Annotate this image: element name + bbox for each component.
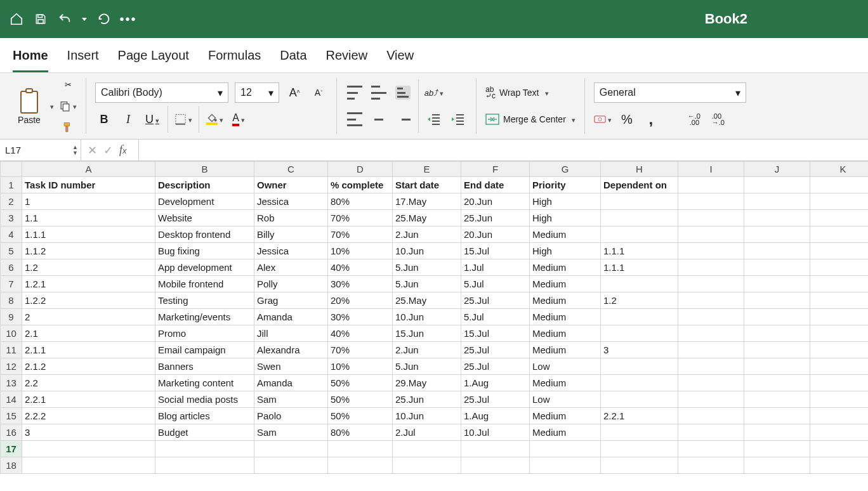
align-center-button[interactable] xyxy=(370,110,388,128)
cell[interactable]: Alexandra xyxy=(254,342,328,358)
more-icon[interactable]: ••• xyxy=(119,10,137,28)
cell[interactable] xyxy=(744,210,810,226)
cell[interactable] xyxy=(678,193,744,210)
font-color-button[interactable]: A xyxy=(230,110,247,128)
cell[interactable]: Jill xyxy=(254,325,328,342)
cell[interactable] xyxy=(810,325,869,342)
cell[interactable] xyxy=(678,259,744,276)
cell[interactable]: 1.2.1 xyxy=(22,276,155,292)
cell[interactable]: 25.May xyxy=(393,210,461,226)
cell[interactable] xyxy=(744,259,810,276)
cell[interactable]: Amanda xyxy=(254,309,328,325)
cell[interactable]: Rob xyxy=(254,210,328,226)
cell[interactable]: Billy xyxy=(254,226,328,243)
worksheet[interactable]: A B C D E F G H I J K 1Task ID numberDes… xyxy=(0,161,868,474)
cell[interactable] xyxy=(601,457,678,474)
decrease-decimal-button[interactable]: .00→.0 xyxy=(709,110,727,128)
col-header-K[interactable]: K xyxy=(810,162,869,177)
cell[interactable] xyxy=(810,358,869,375)
wrap-text-button[interactable]: ab⤶c Wrap Text xyxy=(485,84,549,101)
cell[interactable]: 30% xyxy=(328,309,393,325)
cell[interactable] xyxy=(601,375,678,391)
col-header-C[interactable]: C xyxy=(254,162,328,177)
cell[interactable]: 1.1.1 xyxy=(601,259,678,276)
cell[interactable]: Low xyxy=(530,358,601,375)
cell[interactable] xyxy=(601,424,678,441)
copy-button[interactable] xyxy=(59,97,77,115)
cell[interactable]: 10.Jun xyxy=(393,309,461,325)
cell[interactable]: Banners xyxy=(155,358,254,375)
cell[interactable]: 1.2 xyxy=(22,259,155,276)
cell[interactable]: Sam xyxy=(254,424,328,441)
grid[interactable]: A B C D E F G H I J K 1Task ID numberDes… xyxy=(0,161,868,474)
cell[interactable]: 25.May xyxy=(393,292,461,309)
cell[interactable]: Email campaign xyxy=(155,342,254,358)
cell[interactable] xyxy=(744,243,810,259)
name-box-stepper[interactable]: ▲▼ xyxy=(72,145,78,156)
undo-icon[interactable] xyxy=(56,10,74,28)
save-icon[interactable] xyxy=(32,10,49,28)
cell[interactable]: 70% xyxy=(328,210,393,226)
font-name-select[interactable]: Calibri (Body) ▾ xyxy=(95,82,228,103)
cell[interactable] xyxy=(328,441,393,457)
row-header[interactable]: 15 xyxy=(1,408,22,424)
col-header-I[interactable]: I xyxy=(678,162,744,177)
name-box[interactable]: L17 ▲▼ xyxy=(0,140,81,160)
cell[interactable] xyxy=(744,457,810,474)
cell[interactable] xyxy=(744,292,810,309)
cell[interactable]: 5.Jun xyxy=(393,276,461,292)
tab-review[interactable]: Review xyxy=(326,46,368,72)
cell[interactable]: Medium xyxy=(530,309,601,325)
align-left-button[interactable] xyxy=(346,110,364,128)
cell[interactable] xyxy=(810,226,869,243)
cell[interactable] xyxy=(810,276,869,292)
tab-page-layout[interactable]: Page Layout xyxy=(118,46,189,72)
cell[interactable] xyxy=(678,408,744,424)
cell[interactable] xyxy=(601,226,678,243)
cell[interactable]: Paolo xyxy=(254,408,328,424)
cell[interactable] xyxy=(744,309,810,325)
cell[interactable] xyxy=(810,424,869,441)
cell[interactable]: 50% xyxy=(328,408,393,424)
cell[interactable]: 2.2.2 xyxy=(22,408,155,424)
row-header[interactable]: 11 xyxy=(1,342,22,358)
tab-data[interactable]: Data xyxy=(280,46,306,72)
cell[interactable]: 2.Jun xyxy=(393,342,461,358)
cell[interactable] xyxy=(601,309,678,325)
align-right-button[interactable] xyxy=(394,110,412,128)
cell[interactable]: 2.Jun xyxy=(393,226,461,243)
cell[interactable]: App development xyxy=(155,259,254,276)
row-header[interactable]: 16 xyxy=(1,424,22,441)
redo-icon[interactable] xyxy=(95,10,113,28)
cell[interactable] xyxy=(530,441,601,457)
undo-dropdown-icon[interactable] xyxy=(80,10,89,28)
cell[interactable]: 2.2.1 xyxy=(22,391,155,408)
cell[interactable]: 2.Jul xyxy=(393,424,461,441)
underline-button[interactable]: U xyxy=(143,110,161,128)
decrease-font-button[interactable]: Aˇ xyxy=(310,84,327,101)
cell[interactable]: 2.2 xyxy=(22,375,155,391)
cell[interactable]: 2.1.1 xyxy=(22,342,155,358)
comma-format-button[interactable]: , xyxy=(642,110,660,128)
cell[interactable] xyxy=(810,408,869,424)
cell[interactable]: Priority xyxy=(530,177,601,193)
cell[interactable]: 2.1.2 xyxy=(22,358,155,375)
cell[interactable] xyxy=(678,358,744,375)
cell[interactable] xyxy=(810,391,869,408)
cell[interactable] xyxy=(744,375,810,391)
cell[interactable]: Mobile frontend xyxy=(155,276,254,292)
row-header[interactable]: 7 xyxy=(1,276,22,292)
cell[interactable] xyxy=(601,276,678,292)
increase-font-button[interactable]: A^ xyxy=(286,84,303,101)
cell[interactable]: 1.1.2 xyxy=(22,243,155,259)
cell[interactable]: Start date xyxy=(393,177,461,193)
cell[interactable]: 10% xyxy=(328,358,393,375)
cell[interactable]: Owner xyxy=(254,177,328,193)
cell[interactable] xyxy=(461,441,530,457)
cell[interactable]: Medium xyxy=(530,375,601,391)
cell[interactable] xyxy=(810,441,869,457)
cell[interactable] xyxy=(530,457,601,474)
cell[interactable]: 10.Jun xyxy=(393,243,461,259)
col-header-G[interactable]: G xyxy=(530,162,601,177)
cell[interactable]: 80% xyxy=(328,424,393,441)
